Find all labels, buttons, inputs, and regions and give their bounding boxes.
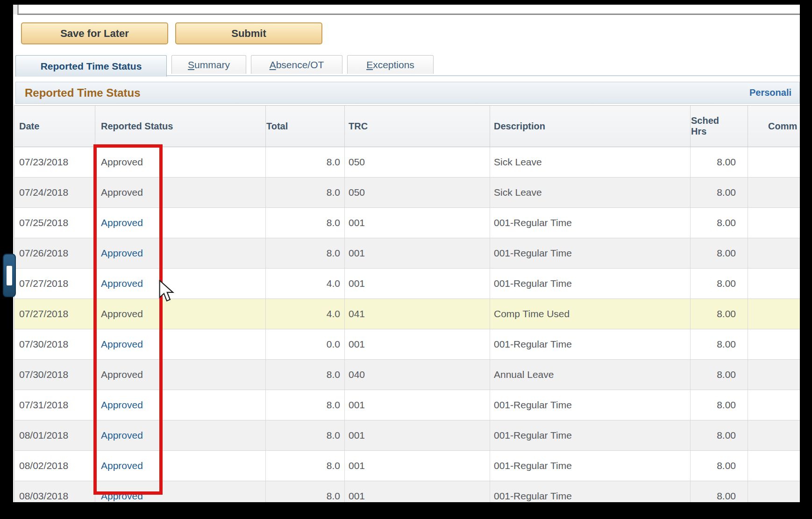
date-text: 07/26/2018 bbox=[19, 248, 68, 258]
status-text[interactable]: Approved bbox=[101, 248, 143, 258]
description-text: Sick Leave bbox=[494, 156, 542, 167]
status-text[interactable]: Approved bbox=[101, 339, 143, 349]
cell-comments bbox=[748, 208, 800, 238]
trc-text: 040 bbox=[349, 369, 365, 380]
status-text[interactable]: Approved bbox=[101, 399, 143, 410]
cell-comments bbox=[748, 390, 800, 420]
cell-sched-hrs: 8.00 bbox=[691, 299, 748, 329]
cell-date: 07/27/2018 bbox=[14, 299, 95, 329]
section-title: Reported Time Status bbox=[25, 86, 141, 100]
cell-date: 08/01/2018 bbox=[14, 420, 95, 451]
status-text[interactable]: Approved bbox=[101, 217, 143, 228]
tab-summary[interactable]: Summary bbox=[171, 55, 246, 74]
cell-description: 001-Regular Time bbox=[490, 451, 691, 481]
cell-trc: 001 bbox=[345, 420, 490, 451]
side-panel-handle[interactable] bbox=[3, 254, 16, 297]
date-text: 07/30/2018 bbox=[19, 369, 68, 380]
status-text[interactable]: Approved bbox=[101, 491, 143, 501]
total-text: 8.0 bbox=[327, 156, 340, 167]
cell-description: 001-Regular Time bbox=[490, 329, 691, 360]
cell-total: 8.0 bbox=[266, 481, 345, 503]
cell-sched-hrs: 8.00 bbox=[691, 329, 748, 360]
trc-text: 050 bbox=[349, 156, 365, 167]
cell-trc: 001 bbox=[345, 481, 490, 503]
status-text[interactable]: Approved bbox=[101, 430, 143, 441]
cell-total: 8.0 bbox=[266, 178, 345, 208]
date-text: 07/31/2018 bbox=[19, 399, 68, 410]
cell-date: 07/31/2018 bbox=[14, 390, 95, 420]
col-header-description: Description bbox=[490, 106, 691, 147]
cell-trc: 001 bbox=[345, 390, 490, 420]
cell-trc: 050 bbox=[345, 178, 490, 208]
sched-hrs-text: 8.00 bbox=[717, 399, 736, 410]
grid-body: 07/23/2018 Approved 8.0 050 Sick Leave 8… bbox=[14, 147, 800, 503]
table-row: 07/30/2018 Approved 8.0 040 Annual Leave… bbox=[14, 360, 800, 390]
cell-trc: 001 bbox=[345, 269, 490, 299]
cell-description: 001-Regular Time bbox=[490, 208, 691, 238]
description-text: 001-Regular Time bbox=[494, 430, 572, 441]
cell-reported-status: Approved bbox=[95, 299, 266, 329]
tab-absence-ot[interactable]: Absence/OT bbox=[251, 55, 342, 74]
trc-text: 001 bbox=[349, 248, 365, 258]
date-text: 08/03/2018 bbox=[19, 491, 68, 501]
date-text: 07/25/2018 bbox=[19, 217, 68, 228]
save-for-later-button[interactable]: Save for Later bbox=[21, 22, 168, 44]
table-row: 07/24/2018 Approved 8.0 050 Sick Leave 8… bbox=[14, 178, 800, 208]
personalize-link[interactable]: Personali bbox=[749, 87, 791, 98]
total-text: 4.0 bbox=[327, 278, 340, 289]
cell-total: 8.0 bbox=[266, 390, 345, 420]
cell-trc: 001 bbox=[345, 451, 490, 481]
sched-hrs-text: 8.00 bbox=[717, 491, 736, 501]
cell-reported-status: Approved bbox=[95, 481, 266, 503]
cell-reported-status: Approved bbox=[95, 420, 266, 451]
cell-date: 07/30/2018 bbox=[14, 360, 95, 390]
cell-comments bbox=[748, 178, 800, 208]
cell-total: 8.0 bbox=[266, 360, 345, 390]
cell-reported-status: Approved bbox=[95, 329, 266, 360]
trc-text: 001 bbox=[349, 430, 365, 441]
cell-total: 8.0 bbox=[266, 238, 345, 269]
tab-exceptions[interactable]: Exceptions bbox=[347, 55, 434, 74]
status-text[interactable]: Approved bbox=[101, 278, 143, 289]
table-row: 08/02/2018 Approved 8.0 001 001-Regular … bbox=[14, 451, 800, 481]
cell-reported-status: Approved bbox=[95, 451, 266, 481]
date-text: 07/30/2018 bbox=[19, 339, 68, 349]
cell-sched-hrs: 8.00 bbox=[691, 451, 748, 481]
col-header-trc: TRC bbox=[345, 106, 490, 147]
status-text[interactable]: Approved bbox=[101, 460, 143, 471]
cell-trc: 050 bbox=[345, 147, 490, 178]
description-text: 001-Regular Time bbox=[494, 278, 572, 289]
cell-trc: 001 bbox=[345, 208, 490, 238]
table-row: 07/27/2018 Approved 4.0 041 Comp Time Us… bbox=[14, 299, 800, 329]
cell-date: 08/02/2018 bbox=[14, 451, 95, 481]
total-text: 8.0 bbox=[327, 430, 340, 441]
col-header-total: Total bbox=[266, 106, 345, 147]
description-text: Comp Time Used bbox=[494, 308, 570, 319]
cell-date: 07/27/2018 bbox=[14, 269, 95, 299]
sched-hrs-text: 8.00 bbox=[717, 460, 736, 471]
cell-sched-hrs: 8.00 bbox=[691, 481, 748, 503]
sched-hrs-text: 8.00 bbox=[717, 430, 736, 441]
col-header-reported-status: Reported Status bbox=[95, 106, 266, 147]
grid-header-row: Date Reported Status Total TRC Descripti… bbox=[14, 106, 800, 147]
reported-time-grid: Date Reported Status Total TRC Descripti… bbox=[14, 105, 800, 502]
submit-button[interactable]: Submit bbox=[175, 22, 322, 44]
table-row: 07/26/2018 Approved 8.0 001 001-Regular … bbox=[14, 238, 800, 269]
description-text: Annual Leave bbox=[494, 369, 554, 380]
cell-description: Annual Leave bbox=[490, 360, 691, 390]
total-text: 8.0 bbox=[327, 491, 340, 501]
col-header-comments: Comm bbox=[748, 106, 800, 147]
cell-reported-status: Approved bbox=[95, 238, 266, 269]
tab-label: Summary bbox=[188, 59, 230, 71]
table-row: 07/23/2018 Approved 8.0 050 Sick Leave 8… bbox=[14, 147, 800, 178]
cell-total: 8.0 bbox=[266, 147, 345, 178]
description-text: 001-Regular Time bbox=[494, 399, 572, 410]
cell-reported-status: Approved bbox=[95, 178, 266, 208]
tab-label: Absence/OT bbox=[270, 59, 324, 71]
tab-reported-time-status[interactable]: Reported Time Status bbox=[15, 55, 167, 77]
description-text: 001-Regular Time bbox=[494, 491, 572, 501]
sched-hrs-text: 8.00 bbox=[717, 339, 736, 349]
cell-comments bbox=[748, 481, 800, 503]
cell-trc: 040 bbox=[345, 360, 490, 390]
page-content: Save for Later Submit Reported Time Stat… bbox=[13, 5, 800, 502]
